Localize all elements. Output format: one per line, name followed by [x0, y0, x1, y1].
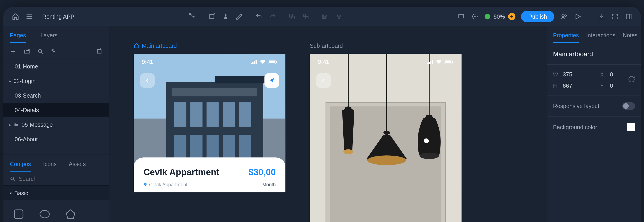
svg-rect-81 — [426, 63, 428, 64]
tab-pages[interactable]: Pages — [10, 28, 26, 42]
tab-interactions[interactable]: Interactions — [586, 28, 615, 42]
canvas[interactable]: Main artboard — [110, 26, 547, 222]
chevron-down-icon: ▾ — [10, 191, 12, 196]
tab-properties[interactable]: Properties — [553, 28, 579, 42]
rotate-icon[interactable] — [628, 76, 635, 84]
zoom-control[interactable]: 50% + — [484, 13, 515, 20]
artboard-label-main[interactable]: Main artboard — [134, 42, 286, 49]
align-center-icon[interactable] — [335, 12, 343, 20]
bgcolor-swatch[interactable] — [627, 123, 635, 131]
tab-assets[interactable]: Assets — [69, 156, 86, 171]
panel-toggle-icon[interactable] — [625, 12, 633, 20]
group-icon[interactable] — [288, 12, 296, 20]
vector-pen-icon[interactable] — [222, 12, 230, 20]
align-left-icon[interactable] — [321, 12, 329, 20]
ungroup-icon[interactable] — [302, 12, 310, 20]
svg-marker-44 — [66, 210, 74, 218]
svg-point-22 — [562, 14, 564, 16]
target-icon[interactable] — [471, 12, 479, 20]
responsive-label: Responsive layout — [553, 103, 599, 109]
pencil-icon[interactable] — [235, 12, 244, 20]
height-field[interactable]: H667 — [553, 82, 588, 89]
artboard-surface[interactable]: 9:41 — [310, 54, 462, 222]
left-sidebar: Pages Layers 1 01-Home ▸02-Login 03-Sear… — [3, 26, 109, 222]
category-label: Basic — [14, 190, 28, 196]
svg-line-41 — [13, 180, 14, 181]
svg-rect-55 — [190, 135, 202, 159]
rectangle-shape-icon[interactable] — [13, 208, 24, 220]
bgcolor-label: Background color — [553, 124, 597, 130]
tab-icons[interactable]: Icons — [43, 156, 56, 171]
chevron-down-icon[interactable] — [588, 12, 592, 20]
tab-layers[interactable]: Layers — [40, 28, 57, 42]
svg-rect-63 — [255, 60, 256, 64]
page-item-message[interactable]: ▸05-Message — [3, 117, 109, 132]
svg-point-43 — [40, 210, 49, 218]
page-item-login[interactable]: ▸02-Login — [3, 74, 109, 88]
undo-icon[interactable] — [255, 12, 263, 20]
hero-image: 9:41 — [134, 54, 286, 167]
folder-icon — [14, 122, 19, 127]
category-basic[interactable]: ▾ Basic — [3, 186, 109, 200]
svg-rect-13 — [324, 15, 326, 16]
back-button[interactable] — [140, 73, 155, 88]
sort-icon[interactable]: 1 — [51, 48, 57, 54]
listing-period: Month — [262, 182, 276, 188]
top-toolbar: Renting APP — [3, 7, 641, 26]
svg-text:1: 1 — [52, 48, 53, 51]
tab-compos[interactable]: Compos — [10, 156, 31, 171]
pen-tool-icon[interactable] — [188, 12, 196, 20]
artboard-sub[interactable]: Sub-artboard — [310, 42, 462, 222]
phone-status-bar: 9:41 — [310, 59, 462, 65]
page-item-home[interactable]: 01-Home — [3, 59, 109, 74]
home-icon[interactable] — [11, 12, 20, 20]
svg-point-79 — [419, 152, 439, 159]
svg-rect-11 — [306, 16, 308, 19]
add-artboard-icon[interactable] — [208, 12, 216, 20]
svg-rect-5 — [210, 14, 214, 18]
menu-icon[interactable] — [25, 12, 33, 20]
phone-time: 9:41 — [318, 59, 329, 65]
artboard-label-sub[interactable]: Sub-artboard — [310, 42, 462, 49]
pin-icon — [143, 182, 147, 187]
responsive-toggle[interactable] — [622, 102, 635, 110]
page-label: 04-Detals — [14, 107, 39, 113]
svg-line-32 — [42, 52, 43, 54]
project-name[interactable]: Renting APP — [42, 13, 74, 20]
page-item-about[interactable]: 06-About — [3, 132, 109, 146]
page-item-search[interactable]: 03-Search — [3, 88, 109, 103]
fullscreen-icon[interactable] — [611, 12, 619, 20]
publish-button[interactable]: Publish — [521, 11, 554, 22]
collaborators-icon[interactable] — [560, 12, 568, 20]
phone-status-icons — [426, 59, 453, 64]
svg-rect-10 — [303, 14, 306, 16]
search-input[interactable] — [19, 176, 102, 182]
search-icon — [10, 176, 16, 182]
artboard-main[interactable]: Main artboard — [134, 42, 286, 222]
play-icon[interactable] — [574, 12, 582, 20]
svg-rect-86 — [445, 61, 451, 63]
svg-point-3 — [190, 13, 190, 14]
add-folder-icon[interactable] — [24, 48, 30, 54]
polygon-shape-icon[interactable] — [65, 208, 76, 220]
artboard-surface[interactable]: 9:41 Ce — [134, 54, 286, 222]
redo-icon[interactable] — [268, 12, 277, 20]
search-pages-icon[interactable] — [37, 48, 44, 54]
import-icon[interactable] — [96, 48, 102, 54]
ellipse-shape-icon[interactable] — [39, 208, 50, 220]
svg-rect-49 — [174, 102, 186, 127]
tab-notes[interactable]: Notes — [622, 28, 638, 42]
library-tabs: Compos Icons Assets — [3, 155, 109, 172]
listing-location: Cevik Appartment — [143, 182, 188, 188]
device-preview-icon[interactable] — [457, 12, 465, 20]
width-field[interactable]: W375 — [553, 71, 588, 78]
zoom-add-icon[interactable]: + — [508, 13, 515, 20]
page-item-details[interactable]: 04-Detals — [3, 103, 109, 117]
phone-status-icons — [250, 59, 277, 64]
svg-rect-37 — [97, 49, 101, 53]
add-page-icon[interactable] — [10, 48, 16, 54]
back-button[interactable] — [316, 73, 331, 88]
navigate-button[interactable] — [264, 73, 279, 88]
download-icon[interactable] — [597, 12, 605, 20]
listing-price: $30,00 — [248, 167, 276, 178]
